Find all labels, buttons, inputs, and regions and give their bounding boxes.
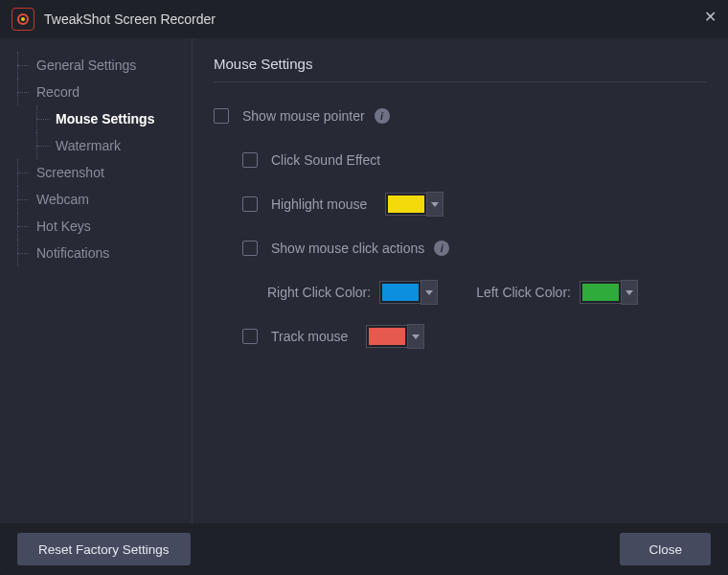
app-title: TweakShot Screen Recorder — [44, 12, 216, 27]
row-track-mouse: Track mouse — [214, 324, 707, 349]
chevron-down-icon[interactable] — [426, 192, 444, 217]
label-click-sound: Click Sound Effect — [271, 152, 380, 168]
sidebar-item-general-settings[interactable]: General Settings — [17, 52, 184, 79]
swatch-left-click — [580, 282, 621, 303]
footer: Reset Factory Settings Close — [0, 523, 728, 575]
checkbox-track-mouse[interactable] — [242, 329, 258, 344]
row-highlight-mouse: Highlight mouse — [214, 192, 707, 217]
checkbox-highlight-mouse[interactable] — [242, 196, 258, 212]
group-left-click: Left Click Color: — [476, 280, 638, 305]
label-right-click-color: Right Click Color: — [267, 285, 371, 300]
swatch-track — [367, 326, 407, 347]
label-left-click-color: Left Click Color: — [476, 285, 571, 300]
swatch-right-click — [380, 282, 421, 303]
sidebar-item-webcam[interactable]: Webcam — [17, 186, 184, 213]
group-right-click: Right Click Color: — [267, 280, 438, 305]
sidebar: General Settings Record Mouse Settings W… — [0, 38, 192, 523]
row-click-sound: Click Sound Effect — [214, 148, 707, 172]
label-highlight-mouse: Highlight mouse — [271, 196, 367, 212]
color-picker-track[interactable] — [367, 324, 424, 349]
checkbox-show-click-actions[interactable] — [242, 241, 258, 256]
chevron-down-icon[interactable] — [407, 324, 424, 349]
close-icon[interactable]: ✕ — [704, 10, 717, 25]
chevron-down-icon[interactable] — [421, 280, 438, 305]
row-show-pointer: Show mouse pointer i — [214, 104, 707, 128]
color-picker-right-click[interactable] — [380, 280, 438, 305]
settings-window: TweakShot Screen Recorder ✕ General Sett… — [0, 0, 728, 575]
close-button[interactable]: Close — [620, 533, 711, 565]
info-icon[interactable]: i — [375, 108, 390, 124]
sidebar-item-screenshot[interactable]: Screenshot — [17, 159, 184, 186]
swatch-highlight — [386, 194, 426, 215]
info-icon[interactable]: i — [434, 241, 449, 256]
divider — [214, 81, 707, 82]
panel-heading: Mouse Settings — [214, 56, 707, 72]
sidebar-item-notifications[interactable]: Notifications — [17, 240, 184, 266]
main-panel: Mouse Settings Show mouse pointer i Clic… — [192, 38, 728, 523]
label-show-pointer: Show mouse pointer — [242, 108, 365, 124]
row-show-click-actions: Show mouse click actions i — [214, 236, 707, 261]
label-show-click-actions: Show mouse click actions — [271, 241, 424, 256]
sidebar-item-mouse-settings[interactable]: Mouse Settings — [17, 105, 184, 132]
chevron-down-icon[interactable] — [621, 280, 638, 305]
label-track-mouse: Track mouse — [271, 329, 348, 344]
reset-factory-settings-button[interactable]: Reset Factory Settings — [17, 533, 191, 565]
color-picker-left-click[interactable] — [580, 280, 638, 305]
row-click-colors: Right Click Color: Left Click Color: — [214, 280, 707, 305]
title-bar: TweakShot Screen Recorder ✕ — [0, 0, 728, 38]
checkbox-click-sound[interactable] — [242, 152, 258, 168]
sidebar-item-hot-keys[interactable]: Hot Keys — [17, 213, 184, 240]
sidebar-item-record[interactable]: Record — [17, 79, 184, 105]
color-picker-highlight[interactable] — [386, 192, 444, 217]
sidebar-item-watermark[interactable]: Watermark — [17, 132, 184, 159]
body: General Settings Record Mouse Settings W… — [0, 38, 728, 523]
checkbox-show-pointer[interactable] — [214, 108, 229, 124]
app-logo-icon — [11, 8, 34, 31]
